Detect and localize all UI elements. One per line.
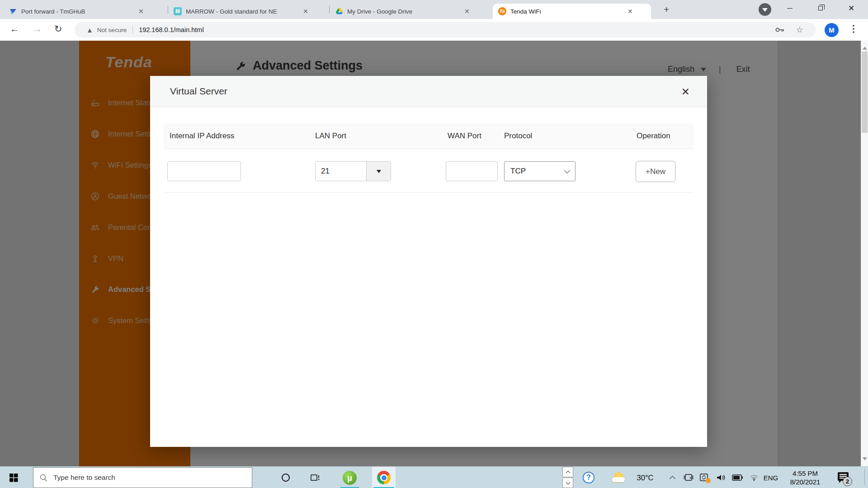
bookmark-star-icon[interactable]: ☆ bbox=[796, 25, 803, 35]
notification-count-badge: 2 bbox=[843, 477, 852, 486]
tray-scroll-control bbox=[562, 467, 573, 488]
table-row: TCP +New bbox=[164, 161, 693, 182]
close-icon[interactable]: ✕ bbox=[681, 86, 690, 98]
protocol-select[interactable]: TCP bbox=[504, 161, 576, 181]
screen: Port forward - TmGHuB ✕ M MARROW - Gold … bbox=[0, 0, 868, 488]
utorrent-icon: µ bbox=[343, 471, 357, 485]
device-icon bbox=[684, 473, 693, 482]
wifi-icon bbox=[750, 474, 759, 481]
window-minimize-button[interactable] bbox=[779, 0, 800, 16]
wan-port-input[interactable] bbox=[446, 161, 498, 181]
task-view-button[interactable] bbox=[307, 467, 325, 488]
notification-center-button[interactable]: 2 bbox=[831, 467, 856, 488]
column-internal-ip: Internal IP Address bbox=[170, 131, 234, 141]
battery-tray-button[interactable] bbox=[729, 467, 745, 488]
forward-icon[interactable]: → bbox=[33, 23, 42, 34]
show-desktop-button[interactable] bbox=[864, 469, 865, 486]
taskbar-search[interactable] bbox=[33, 467, 252, 488]
chevron-up-icon bbox=[670, 476, 675, 482]
time-label: 4:55 PM bbox=[793, 469, 818, 478]
cortana-icon bbox=[282, 474, 290, 482]
sync-tray-button[interactable] bbox=[697, 467, 712, 488]
volume-tray-button[interactable] bbox=[713, 467, 729, 488]
add-new-button[interactable]: +New bbox=[636, 161, 675, 182]
scrollbar-thumb[interactable] bbox=[862, 52, 868, 133]
tab-tenda-wifi-active[interactable]: Te Tenda WiFi ✕ bbox=[493, 4, 651, 19]
lan-port-combobox bbox=[315, 161, 391, 181]
modal-header: Virtual Server ✕ bbox=[150, 76, 707, 107]
tab-title: My Drive - Google Drive bbox=[347, 8, 460, 15]
protocol-value: TCP bbox=[510, 167, 526, 176]
battery-icon bbox=[732, 474, 743, 481]
windows-logo-icon bbox=[9, 474, 18, 482]
start-button[interactable] bbox=[0, 467, 27, 488]
utorrent-taskbar-button[interactable]: µ bbox=[339, 467, 360, 488]
weather-tray-button[interactable] bbox=[609, 467, 627, 488]
hidden-icons-button[interactable] bbox=[665, 467, 680, 488]
tab-close-icon[interactable]: ✕ bbox=[464, 8, 470, 15]
scroll-down-icon[interactable] bbox=[863, 457, 867, 463]
caret-down-icon bbox=[377, 170, 381, 175]
lan-port-input[interactable] bbox=[316, 162, 366, 181]
tab-drive[interactable]: My Drive - Google Drive ✕ bbox=[330, 4, 491, 19]
row-divider bbox=[164, 192, 693, 192]
tab-port-forward[interactable]: Port forward - TmGHuB ✕ bbox=[4, 4, 165, 19]
tab-close-icon[interactable]: ✕ bbox=[138, 8, 144, 15]
language-indicator[interactable]: ENG bbox=[760, 467, 781, 488]
new-tab-button[interactable]: + bbox=[664, 4, 669, 15]
virtual-server-modal: Virtual Server ✕ Internal IP Address LAN… bbox=[150, 76, 707, 447]
get-help-tray-button[interactable]: ? bbox=[580, 467, 597, 488]
window-restore-button[interactable] bbox=[810, 0, 831, 16]
tmghub-favicon bbox=[9, 7, 17, 15]
chevron-up-icon bbox=[566, 471, 570, 475]
column-protocol: Protocol bbox=[504, 131, 532, 141]
scroll-up-button[interactable] bbox=[562, 467, 573, 477]
tablet-mode-tray-button[interactable] bbox=[681, 467, 696, 488]
page-scrollbar[interactable] bbox=[861, 41, 868, 466]
security-label: Not secure bbox=[97, 27, 127, 33]
profile-avatar[interactable]: M bbox=[825, 23, 839, 37]
google-drive-icon bbox=[335, 7, 343, 15]
search-icon bbox=[40, 474, 47, 481]
chrome-taskbar-button[interactable] bbox=[372, 467, 396, 488]
address-divider bbox=[132, 26, 133, 34]
internal-ip-input[interactable] bbox=[167, 161, 241, 181]
browser-menu-icon[interactable] bbox=[853, 25, 854, 33]
network-tray-button[interactable] bbox=[746, 467, 762, 488]
sync-icon bbox=[699, 473, 709, 482]
column-operation: Operation bbox=[637, 131, 670, 141]
weather-icon bbox=[612, 472, 625, 483]
search-input[interactable] bbox=[53, 474, 234, 482]
chevron-down-icon bbox=[566, 480, 570, 484]
windows-taskbar: µ ? 30°C bbox=[0, 466, 868, 488]
scroll-down-button[interactable] bbox=[562, 478, 573, 488]
speaker-icon bbox=[716, 474, 726, 482]
browser-update-icon[interactable] bbox=[759, 3, 771, 16]
browser-toolbar: ← → ↻ ▲ Not secure 192.168.0.1/main.html… bbox=[0, 19, 868, 41]
reload-icon[interactable]: ↻ bbox=[54, 23, 62, 34]
table-header-row: Internal IP Address LAN Port WAN Port Pr… bbox=[164, 123, 693, 149]
marrow-favicon: M bbox=[174, 7, 182, 15]
password-key-icon[interactable] bbox=[775, 27, 784, 33]
tab-close-icon[interactable]: ✕ bbox=[627, 8, 633, 15]
column-lan-port: LAN Port bbox=[315, 131, 346, 141]
window-close-button[interactable]: ✕ bbox=[841, 0, 862, 16]
address-bar[interactable]: ▲ Not secure 192.168.0.1/main.html ☆ bbox=[75, 22, 816, 38]
task-view-icon bbox=[311, 474, 321, 482]
scroll-up-icon[interactable] bbox=[863, 44, 867, 50]
cortana-button[interactable] bbox=[277, 467, 295, 488]
temperature-label[interactable]: 30°C bbox=[632, 467, 658, 488]
status-dot bbox=[706, 478, 711, 483]
tab-title: Port forward - TmGHuB bbox=[21, 8, 134, 15]
router-admin-page: Tenda Internet Status Internet Settings … bbox=[0, 41, 868, 466]
chrome-icon bbox=[377, 471, 391, 484]
lan-port-dropdown-button[interactable] bbox=[366, 162, 391, 181]
tenda-favicon: Te bbox=[498, 7, 506, 15]
tab-marrow[interactable]: M MARROW - Gold standard for NE ✕ bbox=[168, 4, 327, 19]
tab-title: MARROW - Gold standard for NE bbox=[186, 8, 299, 15]
clock-tray[interactable]: 4:55 PM 8/20/2021 bbox=[785, 467, 825, 488]
modal-title: Virtual Server bbox=[170, 86, 227, 97]
back-icon[interactable]: ← bbox=[10, 23, 19, 34]
column-wan-port: WAN Port bbox=[448, 131, 481, 141]
tab-close-icon[interactable]: ✕ bbox=[303, 8, 308, 15]
